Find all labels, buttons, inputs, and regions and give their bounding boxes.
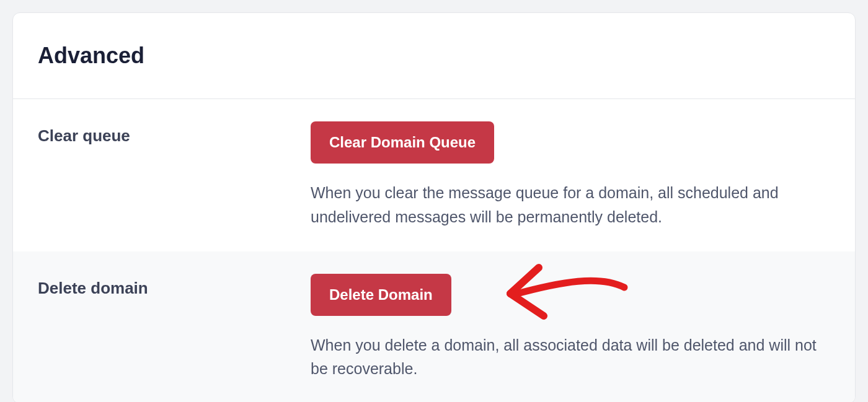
clear-queue-content: Clear Domain Queue When you clear the me… — [311, 121, 830, 229]
advanced-settings-card: Advanced Clear queue Clear Domain Queue … — [12, 12, 856, 402]
clear-domain-queue-button[interactable]: Clear Domain Queue — [311, 121, 494, 164]
delete-domain-content: Delete Domain When you delete a domain, … — [311, 274, 830, 382]
card-header: Advanced — [13, 13, 855, 99]
delete-domain-description: When you delete a domain, all associated… — [311, 333, 830, 382]
delete-domain-row: Delete domain Delete Domain When you del… — [13, 251, 855, 403]
card-title: Advanced — [38, 43, 830, 69]
delete-domain-label: Delete domain — [38, 274, 311, 382]
clear-queue-description: When you clear the message queue for a d… — [311, 181, 830, 229]
clear-queue-row: Clear queue Clear Domain Queue When you … — [13, 99, 855, 251]
delete-domain-button[interactable]: Delete Domain — [311, 274, 451, 316]
clear-queue-label: Clear queue — [38, 121, 311, 229]
